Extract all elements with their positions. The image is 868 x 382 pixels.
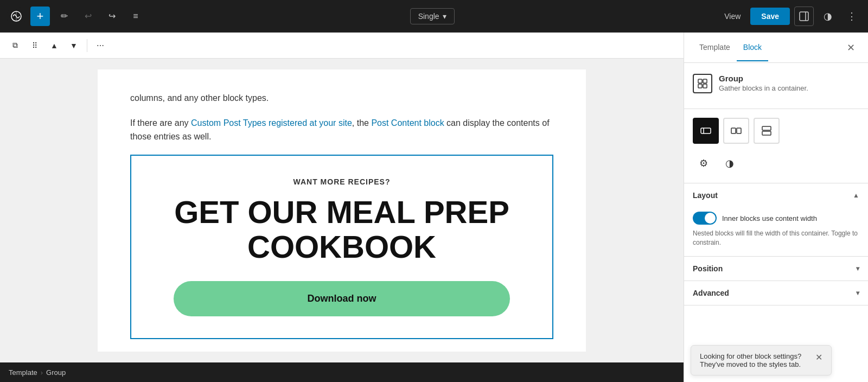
svg-rect-12 (762, 131, 771, 135)
close-icon: ✕ (847, 42, 855, 54)
position-panel: Position ▾ (684, 257, 868, 281)
svg-rect-1 (800, 12, 808, 21)
position-chevron-down-icon: ▾ (856, 265, 859, 272)
contrast-icon: ◑ (824, 10, 832, 22)
contrast-icon: ◑ (725, 157, 734, 169)
chevron-down-icon: ▾ (443, 12, 446, 21)
sidebar-content: Group Gather blocks in a container. (684, 63, 868, 339)
sidebar: Template Block ✕ (684, 33, 868, 382)
move-down-button[interactable]: ▼ (65, 37, 82, 54)
block-info-section: Group Gather blocks in a container. (684, 63, 868, 109)
group-subtitle: WANT MORE RECIPES? (142, 177, 541, 186)
block-type-icon (693, 74, 712, 93)
sidebar-header: Template Block ✕ (684, 33, 868, 63)
inner-blocks-toggle-row: Inner blocks use content width (693, 212, 859, 225)
layout-panel: Layout ▲ Inner blocks use content width … (684, 183, 868, 257)
advanced-chevron-down-icon: ▾ (856, 289, 859, 297)
text-paragraph-1: columns, and any other block types. (130, 91, 553, 105)
block-settings-row: ⚙ ◑ (684, 148, 868, 183)
breadcrumb-bar: Template › Group (0, 362, 684, 382)
toggle-knob (705, 213, 716, 224)
advanced-panel: Advanced ▾ (684, 281, 868, 305)
tools-button[interactable]: ✏ (54, 7, 74, 26)
canvas-content: columns, and any other block types. If t… (98, 69, 586, 352)
style-group-button[interactable] (693, 118, 719, 144)
redo-button[interactable]: ↪ (102, 7, 122, 26)
more-horizontal-icon: ⋯ (97, 41, 104, 50)
svg-rect-11 (762, 126, 771, 130)
breadcrumb-separator: › (41, 368, 43, 377)
block-toolbar: ⧉ ⠿ ▲ ▼ ⋯ (0, 33, 684, 59)
tab-block[interactable]: Block (737, 34, 768, 61)
tab-template[interactable]: Template (693, 34, 737, 61)
svg-rect-10 (737, 128, 741, 133)
layout-chevron-up-icon: ▲ (853, 192, 859, 199)
list-view-button[interactable]: ≡ (126, 7, 145, 26)
redo-icon: ↪ (108, 11, 116, 21)
block-info-header: Group Gather blocks in a container. (693, 74, 859, 93)
sidebar-close-button[interactable]: ✕ (842, 39, 859, 56)
template-selector[interactable]: Single ▾ (410, 8, 455, 24)
custom-post-types-link[interactable]: Custom Post Types registered at your sit… (191, 118, 352, 128)
save-button[interactable]: Save (750, 8, 790, 25)
group-block-icon: ⧉ (12, 41, 18, 50)
wp-logo[interactable] (7, 7, 26, 26)
undo-button[interactable]: ↩ (78, 7, 98, 26)
layout-panel-header[interactable]: Layout ▲ (684, 183, 868, 207)
block-more-options[interactable]: ⋯ (92, 37, 109, 54)
settings-contrast-button[interactable]: ◑ (719, 152, 741, 174)
advanced-panel-header[interactable]: Advanced ▾ (684, 281, 868, 305)
svg-rect-9 (731, 128, 736, 133)
position-panel-header[interactable]: Position ▾ (684, 257, 868, 281)
toast-close-button[interactable]: ✕ (815, 352, 822, 362)
svg-rect-3 (698, 79, 702, 83)
toast-text: Looking for other block settings? They'v… (700, 352, 811, 368)
gear-icon: ⚙ (699, 157, 708, 169)
inner-blocks-label: Inner blocks use content width (722, 214, 817, 222)
view-button[interactable]: View (719, 9, 746, 24)
block-type-switcher[interactable]: ⧉ (7, 37, 24, 54)
breadcrumb-template[interactable]: Template (9, 368, 37, 377)
svg-rect-5 (698, 84, 702, 88)
style-stack-button[interactable] (754, 118, 780, 144)
block-style-row (684, 109, 868, 148)
chevron-up-icon: ▲ (50, 41, 58, 50)
sidebar-toggle-button[interactable] (794, 7, 814, 26)
single-label: Single (418, 12, 439, 21)
editor-canvas[interactable]: columns, and any other block types. If t… (0, 59, 684, 362)
plus-icon: + (37, 10, 44, 22)
settings-gear-button[interactable]: ⚙ (693, 152, 714, 174)
inner-blocks-toggle[interactable] (693, 212, 717, 225)
download-now-button[interactable]: Download now (174, 281, 510, 316)
group-title: GET OUR MEAL PREP COOKBOOK (142, 195, 541, 264)
style-row-button[interactable] (723, 118, 749, 144)
svg-rect-6 (703, 84, 707, 88)
editor-area: ⧉ ⠿ ▲ ▼ ⋯ columns, and any other block t… (0, 33, 684, 382)
post-content-link[interactable]: Post Content block (371, 118, 444, 128)
more-options-button[interactable]: ⋮ (842, 7, 861, 26)
block-description: Gather blocks in a container. (719, 84, 808, 92)
toolbar-right: View Save ◑ ⋮ (719, 7, 861, 26)
svg-rect-4 (703, 79, 707, 83)
layout-panel-body: Inner blocks use content width Nested bl… (684, 207, 868, 256)
layout-label: Layout (693, 191, 718, 200)
add-block-button[interactable]: + (30, 7, 50, 26)
group-block: WANT MORE RECIPES? GET OUR MEAL PREP COO… (130, 155, 553, 340)
drag-icon: ⠿ (32, 41, 37, 50)
block-name: Group (719, 74, 808, 83)
advanced-label: Advanced (693, 289, 729, 297)
svg-rect-7 (701, 128, 711, 133)
move-up-button[interactable]: ▲ (46, 37, 63, 54)
undo-icon: ↩ (85, 11, 92, 21)
block-drag-handle[interactable]: ⠿ (26, 37, 43, 54)
main-toolbar: + ✏ ↩ ↪ ≡ Single ▾ View Save ◑ ⋮ (0, 0, 868, 33)
inner-blocks-description: Nested blocks will fill the width of thi… (693, 229, 859, 247)
breadcrumb-group[interactable]: Group (46, 368, 66, 377)
block-info-text: Group Gather blocks in a container. (719, 74, 808, 92)
list-view-icon: ≡ (133, 11, 138, 21)
toast-close-icon: ✕ (815, 353, 822, 362)
position-label: Position (693, 264, 723, 273)
text-paragraph-2: If there are any Custom Post Types regis… (130, 116, 553, 144)
main-area: ⧉ ⠿ ▲ ▼ ⋯ columns, and any other block t… (0, 33, 868, 382)
contrast-button[interactable]: ◑ (818, 7, 838, 26)
